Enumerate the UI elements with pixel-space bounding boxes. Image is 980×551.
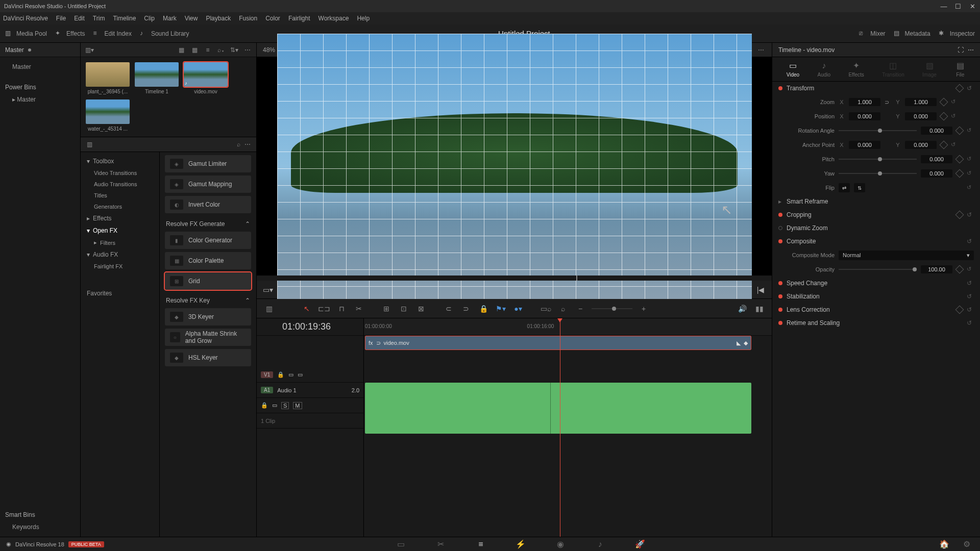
reset-button[interactable]: ↺ — [967, 184, 974, 191]
menu-playback[interactable]: Playback — [206, 15, 231, 22]
viewer[interactable]: ↖ — [257, 57, 772, 276]
menu-file[interactable]: File — [56, 15, 66, 22]
reset-button[interactable]: ↺ — [967, 85, 974, 92]
fx-options-icon[interactable]: ⋯ — [243, 140, 252, 148]
master-label[interactable]: Master — [5, 46, 24, 54]
marker-tool[interactable]: ●▾ — [512, 303, 524, 315]
menu-davinci[interactable]: DaVinci Resolve — [3, 15, 48, 22]
page-fairlight[interactable]: ♪ — [593, 539, 607, 549]
sort-icon[interactable]: ⇅▾ — [230, 46, 239, 54]
fx-item-grid[interactable]: ⊞Grid — [165, 272, 251, 290]
metadata-button[interactable]: ▤ Metadata — [894, 30, 930, 38]
keyframe-button[interactable] — [940, 141, 948, 149]
flip-v-button[interactable]: ⇅ — [854, 183, 865, 192]
keyframe-button[interactable] — [955, 169, 964, 178]
fx-favorites[interactable]: Favorites — [81, 287, 159, 299]
lock-icon[interactable]: 🔒 — [261, 402, 268, 409]
fx-cat-filters[interactable]: ▸ Filters — [81, 237, 159, 248]
reset-button[interactable]: ↺ — [951, 98, 958, 106]
page-edit[interactable]: ≡ — [474, 539, 488, 549]
zoom-y-field[interactable]: 1.000 — [905, 98, 937, 106]
zoom-in-button[interactable]: + — [638, 303, 650, 315]
page-color[interactable]: ◉ — [553, 539, 568, 549]
anchor-y-field[interactable]: 0.000 — [905, 141, 937, 149]
section-composite[interactable]: Composite↺ — [772, 235, 980, 248]
fx-cat-video-transitions[interactable]: Video Transitions — [81, 167, 159, 179]
pitch-slider[interactable] — [839, 159, 917, 160]
fx-item-alpha-matte[interactable]: ○Alpha Matte Shrink and Grow — [165, 329, 251, 346]
solo-button[interactable]: S — [281, 402, 289, 409]
flip-h-button[interactable]: ⇄ — [839, 183, 850, 192]
reset-button[interactable]: ↺ — [967, 319, 974, 327]
yaw-field[interactable]: 0.000 — [921, 169, 952, 178]
reset-button[interactable]: ↺ — [951, 113, 958, 120]
section-stabilization[interactable]: Stabilization↺ — [772, 290, 980, 303]
fx-cat-audio-transitions[interactable]: Audio Transitions — [81, 179, 159, 190]
fx-item-3d-keyer[interactable]: ◆3D Keyer — [165, 308, 251, 325]
menu-edit[interactable]: Edit — [74, 15, 85, 22]
reset-button[interactable]: ↺ — [967, 211, 974, 218]
reset-button[interactable]: ↺ — [967, 293, 974, 300]
section-retime[interactable]: Retime and Scaling↺ — [772, 316, 980, 330]
section-smart-reframe[interactable]: ▸Smart Reframe — [772, 195, 980, 208]
track-v1-header[interactable]: V1 🔒 ▭ ▭ — [257, 367, 363, 383]
power-bin-master[interactable]: ▸ Master — [5, 94, 75, 105]
tab-file[interactable]: ▤File — [954, 61, 966, 78]
position-x-field[interactable]: 0.000 — [849, 112, 880, 120]
fx-item-gamut-limiter[interactable]: ◈Gamut Limiter — [165, 155, 251, 172]
timeline-view-button[interactable]: ▥ — [263, 303, 275, 315]
menu-fusion[interactable]: Fusion — [239, 15, 257, 22]
fx-item-invert-color[interactable]: ◐Invert Color — [165, 196, 251, 213]
fx-group-key[interactable]: Resolve FX Key⌃ — [165, 293, 251, 308]
settings-button[interactable]: ⚙ — [960, 539, 974, 549]
auto-select-icon[interactable]: ▭ — [272, 402, 277, 409]
close-button[interactable]: ✕ — [969, 3, 976, 10]
lock-tool[interactable]: 🔒 — [477, 303, 489, 315]
reset-button[interactable]: ↺ — [967, 238, 974, 245]
reset-button[interactable]: ↺ — [967, 280, 974, 287]
bin-master[interactable]: Master — [5, 61, 75, 72]
fx-cat-effects[interactable]: ▸ Effects — [81, 212, 159, 224]
composite-mode-dropdown[interactable]: Normal▾ — [839, 251, 974, 260]
viewer-scrubber[interactable] — [257, 276, 772, 281]
fx-cat-toolbox[interactable]: ▾ Toolbox — [81, 155, 159, 167]
reset-button[interactable]: ↺ — [967, 306, 974, 313]
fx-search-icon[interactable]: ⌕ — [234, 140, 243, 148]
tab-audio[interactable]: ♪Audio — [817, 61, 830, 78]
section-lens-correction[interactable]: Lens Correction↺ — [772, 303, 980, 316]
playhead[interactable] — [560, 318, 560, 537]
edit-index-button[interactable]: ≡ Edit Index — [93, 30, 132, 38]
smart-bins-header[interactable]: Smart Bins — [5, 511, 75, 518]
minimize-button[interactable]: — — [940, 3, 947, 10]
keyframe-button[interactable] — [955, 211, 964, 219]
page-cut[interactable]: ✂ — [434, 539, 448, 549]
clip-thumb[interactable]: Timeline 1 — [135, 62, 179, 94]
fx-item-gamut-mapping[interactable]: ◈Gamut Mapping — [165, 176, 251, 193]
inspector-button[interactable]: ✱ Inspector — [939, 30, 975, 38]
clip-thumb[interactable]: water_-_45314 ... — [86, 99, 130, 132]
video-clip[interactable]: fx ⊃ video.mov ◣ ◆ — [365, 336, 751, 350]
section-transform[interactable]: Transform↺ — [772, 82, 980, 95]
home-button[interactable]: 🏠 — [937, 539, 951, 549]
opacity-slider[interactable] — [839, 269, 917, 270]
reset-button[interactable]: ↺ — [967, 170, 974, 177]
menu-mark[interactable]: Mark — [163, 15, 177, 22]
dynamic-trim-tool[interactable]: ⊓ — [335, 303, 348, 315]
clip-keyframe-icon[interactable]: ◆ — [744, 340, 748, 346]
clip-fade-icon[interactable]: ◣ — [737, 340, 741, 346]
timeline-tracks[interactable]: 01:00:00:00 01:00:16:00 fx ⊃ video.mov ◣… — [364, 318, 772, 537]
rotation-field[interactable]: 0.000 — [921, 127, 952, 135]
fx-view-icon[interactable]: ▥ — [85, 140, 94, 148]
fx-cat-audiofx[interactable]: ▾ Audio FX — [81, 248, 159, 261]
inspector-options-icon[interactable]: ⋯ — [968, 46, 974, 54]
view-metadata-icon[interactable]: ▦ — [177, 46, 186, 54]
section-dynamic-zoom[interactable]: Dynamic Zoom — [772, 221, 980, 235]
keyframe-button[interactable] — [940, 112, 948, 121]
zoom-x-field[interactable]: 1.000 — [849, 98, 880, 106]
tab-effects[interactable]: ✦Effects — [848, 61, 864, 78]
view-thumb-icon[interactable]: ▦ — [190, 46, 199, 54]
step-back-button[interactable]: |◀ — [755, 285, 766, 295]
search-icon[interactable]: ⌕▾ — [216, 46, 226, 54]
reset-button[interactable]: ↺ — [951, 141, 958, 148]
link-tool[interactable]: ⊃ — [460, 303, 472, 315]
